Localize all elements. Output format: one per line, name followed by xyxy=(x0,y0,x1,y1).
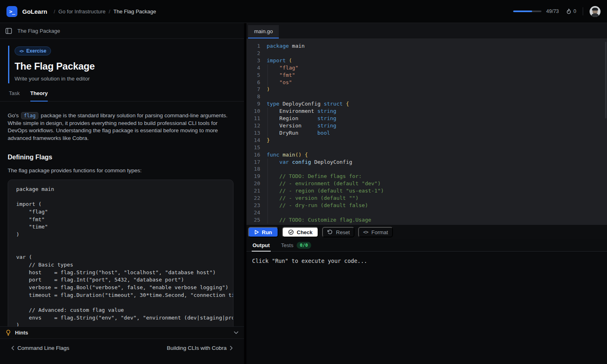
sidebar-toggle-icon[interactable] xyxy=(5,28,12,34)
line-number: 10 xyxy=(246,108,260,115)
code-text: Environment string xyxy=(260,108,336,115)
code-line[interactable]: 22 // - version (default "") xyxy=(246,195,607,202)
code-line[interactable]: 14} xyxy=(246,137,607,144)
code-line[interactable]: 12 Version string xyxy=(246,122,607,129)
code-line[interactable]: 6 "os" xyxy=(246,79,607,86)
line-number: 5 xyxy=(246,72,260,79)
code-line[interactable]: 20 // - environment (default "dev") xyxy=(246,180,607,187)
format-button[interactable]: <> Format xyxy=(358,227,393,237)
code-text xyxy=(260,165,267,173)
reset-button[interactable]: Reset xyxy=(322,227,354,237)
paragraph-text: package is the standard library solution… xyxy=(8,112,227,141)
format-label: Format xyxy=(371,229,388,235)
code-text xyxy=(260,144,267,151)
line-number: 12 xyxy=(246,122,260,129)
line-number: 1 xyxy=(246,42,260,50)
tests-count-badge: 0/0 xyxy=(297,242,311,249)
code-editor[interactable]: 1package main23import (4 "flag"5 "fmt"6 … xyxy=(246,38,607,225)
golearn-logo-icon[interactable]: >_ xyxy=(6,6,17,17)
run-label: Run xyxy=(262,229,272,235)
inline-code-chip: flag xyxy=(21,112,38,119)
run-button[interactable]: Run xyxy=(248,227,278,237)
code-line[interactable]: 23 // - dry-run (default false) xyxy=(246,202,607,209)
code-line[interactable]: 8 xyxy=(246,93,607,100)
breadcrumb: / Go for Infrastructure / The Flag Packa… xyxy=(54,8,156,15)
breadcrumb-lesson[interactable]: The Flag Package xyxy=(113,8,156,15)
next-lesson-link[interactable]: Building CLIs with Cobra xyxy=(167,345,233,351)
code-line[interactable]: 17 var config DeployConfig xyxy=(246,159,607,166)
check-button[interactable]: Check xyxy=(282,227,318,237)
code-line[interactable]: 13 DryRun bool xyxy=(246,129,607,137)
tab-task[interactable]: Task xyxy=(9,90,20,101)
paragraph-text: Go's xyxy=(8,112,20,119)
lesson-panel: The Flag Package <> Exercise The Flag Pa… xyxy=(0,23,244,364)
code-text: // TODO: Define flags for: xyxy=(260,173,362,180)
reset-icon xyxy=(327,229,333,235)
progress-bar xyxy=(513,11,541,12)
avatar[interactable] xyxy=(590,6,601,17)
intro-paragraph: Go's flag package is the standard librar… xyxy=(8,112,233,142)
editor-toolbar: Run Check Reset <> Format xyxy=(246,225,607,239)
code-line[interactable]: 16func main() { xyxy=(246,151,607,159)
progress-fill xyxy=(513,11,532,12)
code-line[interactable]: 2 xyxy=(246,50,607,57)
line-number: 23 xyxy=(246,202,260,209)
lesson-content: <> Exercise The Flag Package Write your … xyxy=(0,39,244,326)
tab-output[interactable]: Output xyxy=(252,239,271,252)
code-line[interactable]: 9type DeployConfig struct { xyxy=(246,100,607,108)
next-lesson-label: Building CLIs with Cobra xyxy=(167,345,227,351)
code-line[interactable]: 18 xyxy=(246,165,607,173)
code-line[interactable]: 24 xyxy=(246,209,607,216)
code-text: func main() { xyxy=(260,151,308,159)
code-text: } xyxy=(260,137,270,144)
code-text: DryRun bool xyxy=(260,129,330,137)
progress-label: 49/73 xyxy=(546,8,559,14)
streak-counter: 0 xyxy=(566,8,576,15)
editor-tabbar: main.go xyxy=(246,23,607,38)
code-text: // - version (default "") xyxy=(260,195,359,202)
code-text: "os" xyxy=(260,79,292,86)
line-number: 19 xyxy=(246,173,260,180)
brand-name[interactable]: GoLearn xyxy=(22,8,47,15)
prev-lesson-label: Command Line Flags xyxy=(17,345,69,351)
output-placeholder: Click "Run" to execute your code... xyxy=(252,258,367,264)
tests-tab-label: Tests xyxy=(281,242,293,248)
code-line[interactable]: 11 Region string xyxy=(246,115,607,122)
tab-theory[interactable]: Theory xyxy=(30,90,48,102)
breadcrumb-course[interactable]: Go for Infrastructure xyxy=(58,8,105,15)
page-title: The Flag Package xyxy=(15,61,244,72)
code-text: var config DeployConfig xyxy=(260,159,352,166)
breadcrumb-separator: / xyxy=(109,8,110,15)
code-sample-block: package main import ( "flag" "fmt" "time… xyxy=(8,180,233,326)
section-heading: Defining Flags xyxy=(8,154,233,161)
line-number: 13 xyxy=(246,129,260,137)
line-number: 6 xyxy=(246,79,260,86)
code-text: Version string xyxy=(260,122,336,129)
code-line[interactable]: 3import ( xyxy=(246,57,607,64)
flame-icon xyxy=(566,8,571,15)
line-number: 25 xyxy=(246,216,260,224)
code-line[interactable]: 15 xyxy=(246,144,607,151)
page-subtitle: Write your solution in the editor xyxy=(15,76,244,82)
line-number: 9 xyxy=(246,100,260,108)
code-line[interactable]: 25 // TODO: Customize flag.Usage xyxy=(246,216,607,224)
code-line[interactable]: 10 Environment string xyxy=(246,108,607,115)
code-text xyxy=(260,93,267,100)
prev-lesson-link[interactable]: Command Line Flags xyxy=(11,345,69,351)
chevron-right-icon xyxy=(230,346,233,350)
editor-scrollbar[interactable] xyxy=(605,42,607,119)
code-text: ) xyxy=(260,86,270,93)
code-line[interactable]: 5 "fmt" xyxy=(246,72,607,79)
tab-tests[interactable]: Tests 0/0 xyxy=(280,239,312,251)
code-line[interactable]: 1package main xyxy=(246,42,607,50)
code-line[interactable]: 7) xyxy=(246,86,607,93)
hints-bar[interactable]: Hints xyxy=(0,326,244,339)
format-icon: <> xyxy=(363,229,368,235)
exercise-badge-label: Exercise xyxy=(26,48,46,54)
code-line[interactable]: 19 // TODO: Define flags for: xyxy=(246,173,607,180)
code-line[interactable]: 4 "flag" xyxy=(246,64,607,72)
topbar: >_ GoLearn / Go for Infrastructure / The… xyxy=(0,0,607,23)
line-number: 24 xyxy=(246,209,260,216)
code-line[interactable]: 21 // - region (default "us-east-1") xyxy=(246,187,607,195)
editor-tab-maingo[interactable]: main.go xyxy=(248,25,279,38)
